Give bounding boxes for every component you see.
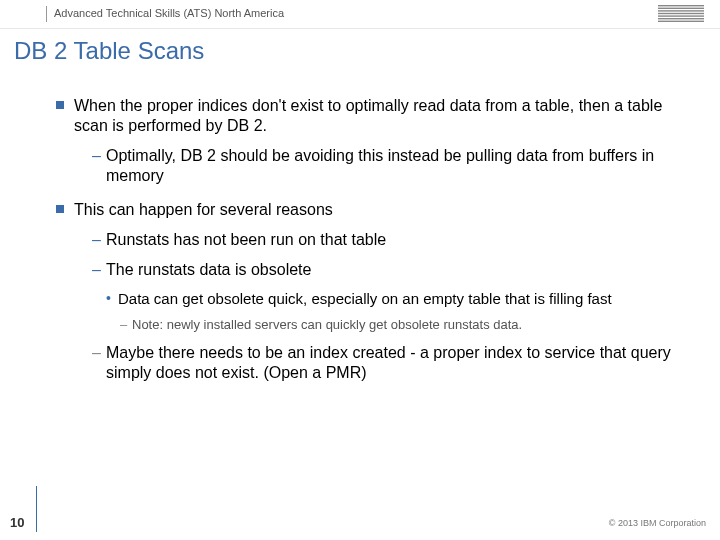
slide-title: DB 2 Table Scans bbox=[14, 37, 720, 65]
svg-rect-3 bbox=[658, 13, 704, 14]
header-org-text: Advanced Technical Skills (ATS) North Am… bbox=[54, 7, 284, 19]
bullet-1-sub-1: Optimally, DB 2 should be avoiding this … bbox=[74, 146, 680, 186]
bullet-2-sub-2: The runstats data is obsolete bbox=[74, 260, 680, 280]
bullet-2-sub-2-detail: Data can get obsolete quick, especially … bbox=[74, 290, 680, 309]
svg-rect-2 bbox=[658, 10, 704, 11]
ibm-logo-icon bbox=[658, 5, 704, 23]
footer-accent-bar bbox=[36, 486, 37, 532]
page-number: 10 bbox=[10, 515, 24, 530]
footer: 10 © 2013 IBM Corporation bbox=[0, 504, 720, 540]
svg-rect-0 bbox=[658, 5, 704, 6]
svg-rect-1 bbox=[658, 8, 704, 9]
svg-rect-6 bbox=[658, 21, 704, 22]
bullet-2-text: This can happen for several reasons bbox=[74, 201, 333, 218]
bullet-2-sub-2-note: Note: newly installed servers can quickl… bbox=[74, 317, 680, 333]
header-bar: Advanced Technical Skills (ATS) North Am… bbox=[0, 0, 720, 29]
bullet-1: When the proper indices don't exist to o… bbox=[56, 96, 680, 186]
bullet-1-text: When the proper indices don't exist to o… bbox=[74, 97, 662, 134]
slide-content: When the proper indices don't exist to o… bbox=[56, 96, 680, 397]
bullet-2-sub-3-text: Maybe there needs to be an index created… bbox=[106, 343, 680, 383]
svg-rect-4 bbox=[658, 15, 704, 16]
copyright-text: © 2013 IBM Corporation bbox=[609, 518, 706, 528]
header-divider bbox=[46, 6, 47, 22]
bullet-2: This can happen for several reasons Runs… bbox=[56, 200, 680, 383]
bullet-2-sub-1: Runstats has not been run on that table bbox=[74, 230, 680, 250]
svg-rect-5 bbox=[658, 18, 704, 19]
bullet-2-sub-3: Maybe there needs to be an index created… bbox=[74, 343, 680, 383]
